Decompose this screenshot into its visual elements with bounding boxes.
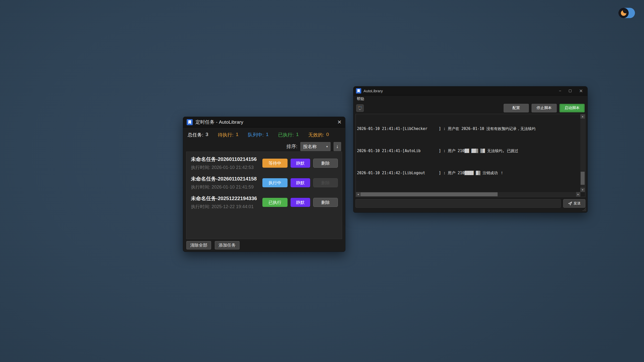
task-status-button[interactable]: 等待中 (262, 159, 288, 168)
stat: 待执行: 1 (218, 132, 238, 138)
task-exec-time: 执行时间: 2025-12-22 19:44:01 (191, 204, 257, 210)
stat-value: 0 (326, 132, 329, 138)
task-row: 未命名任务-20260110214156 执行时间: 2026-01-10 21… (186, 153, 342, 173)
log-line: 2026-01-10 21:41:41-[LibChecker ] : 用户在 … (357, 126, 580, 131)
scroll-down-icon[interactable]: ▼ (580, 188, 585, 192)
stat: 队列中: 1 (248, 132, 269, 138)
scroll-up-icon[interactable]: ▲ (580, 114, 585, 119)
stat-value: 1 (236, 132, 238, 138)
window-controls: − ✕ (559, 89, 585, 93)
clear-all-button[interactable]: 清除全部 (186, 241, 211, 249)
stat: 无效的: 0 (308, 132, 329, 138)
stat-value: 3 (206, 132, 208, 138)
task-list: 未命名任务-20260110214156 执行时间: 2026-01-10 21… (186, 152, 342, 239)
tasks-footer: 清除全部 添加任务 (186, 241, 239, 249)
stat: 总任务: 3 (188, 132, 208, 138)
resize-grip[interactable] (583, 208, 586, 211)
task-row: 未命名任务-20260110214158 执行时间: 2026-01-10 21… (186, 173, 342, 193)
minimize-icon[interactable]: − (559, 89, 561, 93)
stop-script-button[interactable]: 停止脚本 (532, 104, 557, 112)
paper-plane-icon (568, 201, 572, 206)
app-icon (187, 119, 193, 125)
main-window-title: AutoLibrary (364, 89, 383, 93)
task-mute-button[interactable]: 静默 (291, 198, 310, 207)
menu-bar: 帮助 (353, 96, 587, 102)
main-window: AutoLibrary − ✕ 帮助 配置 停止脚本 (353, 86, 588, 213)
task-name: 未命名任务-20260110214158 (191, 175, 257, 182)
toolbar: 配置 停止脚本 启动脚本 (353, 102, 587, 114)
stat-label: 待执行: (218, 132, 233, 138)
sort-order-button[interactable]: ↓ (334, 142, 341, 151)
task-status-button[interactable]: 已执行 (262, 198, 288, 207)
sort-selected-value: 按名称 (303, 144, 317, 150)
sort-label: 排序: (287, 143, 297, 150)
menu-item-help[interactable]: 帮助 (357, 97, 364, 101)
main-window-titlebar[interactable]: AutoLibrary − ✕ (353, 86, 587, 96)
task-name: 未命名任务-20260110214156 (191, 156, 257, 163)
desktop: 定时任务 - AutoLibrary ✕ 总任务: 3 待执行: 1 队列中: … (0, 0, 644, 362)
command-input[interactable] (355, 199, 561, 208)
vertical-scrollbar[interactable]: ▲ ▼ (580, 114, 585, 192)
task-delete-button[interactable]: 删除 (313, 198, 338, 207)
moon-icon (621, 10, 626, 16)
scrollbar-corner (580, 192, 585, 197)
task-mute-button[interactable]: 静默 (291, 159, 310, 168)
tasks-window-titlebar[interactable]: 定时任务 - AutoLibrary ✕ (183, 117, 345, 127)
task-exec-time: 执行时间: 2026-01-10 21:42:53 (191, 164, 257, 170)
log-line: 2026-01-10 21:41:42-[LibLogout ] : 用户 21… (357, 170, 580, 176)
config-button[interactable]: 配置 (504, 104, 529, 112)
scroll-left-icon[interactable]: ◄ (356, 192, 360, 197)
horizontal-scroll-thumb[interactable] (360, 192, 498, 196)
dark-mode-toggle[interactable] (618, 8, 635, 18)
task-row: 未命名任务-20251222194336 执行时间: 2025-12-22 19… (186, 193, 342, 212)
log-output: 2026-01-10 21:41:41-[LibChecker ] : 用户在 … (357, 115, 580, 192)
task-name: 未命名任务-20251222194336 (191, 195, 257, 202)
chevron-down-icon: ▾ (326, 145, 328, 148)
tasks-window-title: 定时任务 - AutoLibrary (195, 119, 243, 125)
horizontal-scrollbar[interactable]: ◄ ► (356, 192, 580, 197)
task-mute-button[interactable]: 静默 (291, 178, 310, 187)
arrow-down-icon: ↓ (336, 144, 339, 149)
send-label: 发送 (574, 201, 581, 206)
stat-value: 1 (266, 132, 269, 138)
stat-label: 已执行: (278, 132, 294, 138)
stat-label: 无效的: (308, 132, 324, 138)
log-panel: 2026-01-10 21:41:41-[LibChecker ] : 用户在 … (355, 114, 585, 197)
stat-label: 总任务: (188, 132, 203, 138)
close-icon[interactable]: ✕ (337, 119, 342, 125)
log-line: 2026-01-10 21:41:41-[AutoLib ] : 用户 210▓… (357, 148, 580, 154)
task-delete-button[interactable]: 删除 (313, 159, 338, 168)
task-stats-row: 总任务: 3 待执行: 1 队列中: 1 已执行: 1 无效的: 0 (183, 127, 345, 140)
task-status-button[interactable]: 执行中 (262, 178, 288, 187)
scroll-right-icon[interactable]: ► (576, 192, 580, 197)
command-input-row: 发送 (355, 199, 585, 208)
close-icon[interactable]: ✕ (579, 89, 583, 93)
start-script-button[interactable]: 启动脚本 (559, 104, 585, 112)
sort-dropdown[interactable]: 按名称 ▾ (300, 142, 331, 151)
stat: 已执行: 1 (278, 132, 299, 138)
toolbar-buttons: 配置 停止脚本 启动脚本 (504, 104, 585, 112)
app-icon (356, 88, 361, 94)
stat-label: 队列中: (248, 132, 264, 138)
maximize-icon[interactable] (569, 89, 572, 93)
send-button[interactable]: 发送 (563, 199, 585, 208)
status-spinner-icon[interactable] (356, 104, 364, 112)
task-delete-button[interactable]: 删除 (313, 178, 338, 187)
task-exec-time: 执行时间: 2026-01-10 21:41:59 (191, 184, 257, 190)
add-task-button[interactable]: 添加任务 (215, 241, 239, 249)
toggle-knob[interactable] (618, 8, 629, 18)
vertical-scroll-thumb[interactable] (581, 172, 585, 185)
tasks-window: 定时任务 - AutoLibrary ✕ 总任务: 3 待执行: 1 队列中: … (183, 117, 345, 252)
stat-value: 1 (296, 132, 299, 138)
